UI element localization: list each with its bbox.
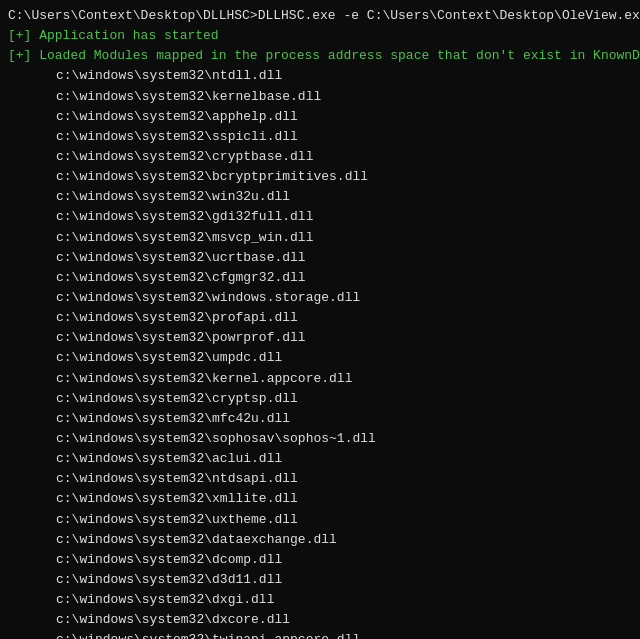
terminal-line: c:\windows\system32\cfgmgr32.dll bbox=[8, 268, 632, 288]
terminal-line: c:\windows\system32\cryptsp.dll bbox=[8, 389, 632, 409]
terminal-line: c:\windows\system32\dxcore.dll bbox=[8, 610, 632, 630]
terminal-line: c:\windows\system32\d3d11.dll bbox=[8, 570, 632, 590]
terminal-line: c:\windows\system32\twinapi.appcore.dll bbox=[8, 630, 632, 639]
terminal-line: c:\windows\system32\ucrtbase.dll bbox=[8, 248, 632, 268]
terminal-line: c:\windows\system32\kernelbase.dll bbox=[8, 87, 632, 107]
terminal-line: c:\windows\system32\dcomp.dll bbox=[8, 550, 632, 570]
terminal-line: [+] Loaded Modules mapped in the process… bbox=[8, 46, 632, 66]
terminal-line: c:\windows\system32\umpdc.dll bbox=[8, 348, 632, 368]
terminal-line: c:\windows\system32\sophosav\sophos~1.dl… bbox=[8, 429, 632, 449]
terminal-line: c:\windows\system32\aclui.dll bbox=[8, 449, 632, 469]
terminal-line: c:\windows\system32\bcryptprimitives.dll bbox=[8, 167, 632, 187]
terminal-container: C:\Users\Context\Desktop\DLLHSC>DLLHSC.e… bbox=[8, 6, 632, 639]
terminal-line: c:\windows\system32\ntdll.dll bbox=[8, 66, 632, 86]
terminal-line: c:\windows\system32\apphelp.dll bbox=[8, 107, 632, 127]
terminal-line: c:\windows\system32\powrprof.dll bbox=[8, 328, 632, 348]
terminal-line: c:\windows\system32\msvcp_win.dll bbox=[8, 228, 632, 248]
terminal-line: c:\windows\system32\cryptbase.dll bbox=[8, 147, 632, 167]
terminal-line: [+] Application has started bbox=[8, 26, 632, 46]
terminal-line: c:\windows\system32\sspicli.dll bbox=[8, 127, 632, 147]
terminal-line: c:\windows\system32\mfc42u.dll bbox=[8, 409, 632, 429]
terminal-line: c:\windows\system32\dataexchange.dll bbox=[8, 530, 632, 550]
terminal-line: c:\windows\system32\kernel.appcore.dll bbox=[8, 369, 632, 389]
terminal-line: c:\windows\system32\uxtheme.dll bbox=[8, 510, 632, 530]
title-bar: C:\Users\Context\Desktop\DLLHSC>DLLHSC.e… bbox=[8, 6, 632, 26]
terminal-line: c:\windows\system32\win32u.dll bbox=[8, 187, 632, 207]
terminal-line: c:\windows\system32\dxgi.dll bbox=[8, 590, 632, 610]
terminal-line: c:\windows\system32\profapi.dll bbox=[8, 308, 632, 328]
terminal-line: c:\windows\system32\gdi32full.dll bbox=[8, 207, 632, 227]
terminal-line: c:\windows\system32\ntdsapi.dll bbox=[8, 469, 632, 489]
terminal-line: c:\windows\system32\xmllite.dll bbox=[8, 489, 632, 509]
terminal-line: c:\windows\system32\windows.storage.dll bbox=[8, 288, 632, 308]
